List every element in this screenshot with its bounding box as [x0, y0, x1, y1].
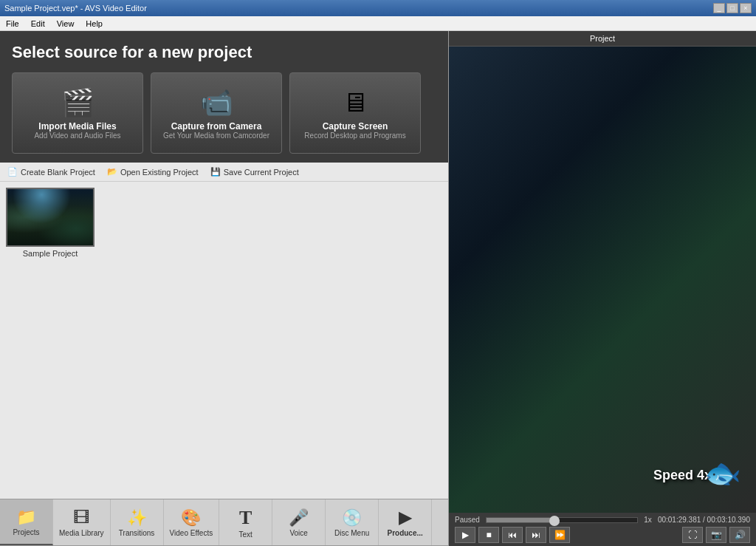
tab-video-effects[interactable]: 🎨 Video Effects: [164, 499, 220, 545]
paused-status: Paused: [455, 516, 480, 524]
stop-button[interactable]: ■: [478, 527, 499, 543]
titlebar: Sample Project.vep* - AVS Video Editor _…: [0, 0, 756, 16]
import-media-card[interactable]: 🎬 Import Media Files Add Video and Audio…: [12, 72, 143, 154]
window-controls: _ □ ×: [713, 3, 752, 13]
progress-fill: [487, 518, 554, 522]
tab-text[interactable]: T Text: [219, 499, 272, 545]
tab-projects-label: Projects: [13, 528, 39, 536]
create-blank-project-button[interactable]: 📄 Create Blank Project: [7, 167, 95, 177]
speed-indicator: 1x: [644, 516, 652, 524]
tab-transitions[interactable]: ✨ Transitions: [111, 499, 164, 545]
play-button[interactable]: ▶: [455, 527, 475, 543]
preview-status-bar: Paused 1x 00:01:29.381 / 00:03:10.390: [455, 516, 750, 524]
close-button[interactable]: ×: [740, 3, 752, 13]
preview-title: Project: [449, 31, 756, 47]
window-title: Sample Project.vep* - AVS Video Editor: [4, 4, 147, 13]
preview-video: Speed 4x 🐟: [449, 47, 756, 513]
open-existing-label: Open Existing Project: [120, 168, 199, 177]
minimize-button[interactable]: _: [713, 3, 725, 13]
volume-button[interactable]: 🔊: [729, 527, 750, 543]
capture-screen-desc: Record Desktop and Programs: [304, 132, 405, 140]
right-panel: Project Speed 4x 🐟 Paused 1x 00:01:29.38…: [449, 31, 756, 546]
tab-projects[interactable]: 📁 Projects: [0, 499, 53, 545]
capture-camera-card[interactable]: 📹 Capture from Camera Get Your Media fro…: [151, 72, 282, 154]
fast-forward-button[interactable]: ⏩: [549, 527, 570, 543]
tab-voice-label: Voice: [289, 529, 307, 537]
tab-produce-label: Produce...: [387, 529, 422, 537]
tab-produce[interactable]: ▶ Produce...: [379, 499, 432, 545]
import-media-title: Import Media Files: [38, 121, 116, 132]
tab-disc-menu[interactable]: 💿 Disc Menu: [326, 499, 379, 545]
capture-screen-title: Capture Screen: [323, 121, 388, 132]
left-panel: Select source for a new project 🎬 Import…: [0, 31, 449, 546]
menu-file[interactable]: File: [3, 18, 22, 29]
progress-handle[interactable]: [549, 516, 560, 526]
menu-edit[interactable]: Edit: [28, 18, 48, 29]
snapshot-button[interactable]: 📷: [706, 527, 726, 543]
prev-frame-button[interactable]: ⏮: [502, 527, 523, 543]
capture-camera-desc: Get Your Media from Camcorder: [163, 132, 269, 140]
capture-camera-title: Capture from Camera: [171, 121, 262, 132]
transitions-icon: ✨: [127, 508, 147, 528]
source-heading: Select source for a new project: [12, 43, 436, 62]
disc-menu-icon: 💿: [342, 508, 362, 528]
produce-icon: ▶: [399, 508, 411, 528]
menu-bar: File Edit View Help: [0, 16, 756, 31]
text-icon: T: [239, 507, 252, 529]
next-frame-button[interactable]: ⏭: [526, 527, 546, 543]
media-item-sample-project[interactable]: Sample Project: [6, 188, 94, 258]
menu-help[interactable]: Help: [83, 18, 106, 29]
create-blank-icon: 📄: [7, 167, 18, 177]
preview-progress-bar[interactable]: [486, 517, 638, 523]
tab-video-effects-label: Video Effects: [170, 529, 213, 537]
fullscreen-button[interactable]: ⛶: [682, 527, 703, 543]
menu-view[interactable]: View: [54, 18, 78, 29]
media-browser: Sample Project: [0, 182, 448, 499]
media-library-icon: 🎞: [73, 508, 89, 528]
import-media-icon: 🎬: [61, 87, 94, 118]
playback-buttons: ▶ ■ ⏮ ⏭ ⏩ ⛶ 📷 🔊: [455, 527, 750, 543]
media-thumbnail: [6, 188, 94, 247]
capture-screen-card[interactable]: 🖥 Capture Screen Record Desktop and Prog…: [289, 72, 421, 154]
save-current-project-button[interactable]: 💾 Save Current Project: [210, 167, 299, 177]
project-actions-bar: 📄 Create Blank Project 📂 Open Existing P…: [0, 163, 448, 182]
tab-media-library-label: Media Library: [59, 529, 104, 537]
fish-animation-icon: 🐟: [704, 456, 741, 491]
toolbar-tabs: 📁 Projects 🎞 Media Library ✨ Transitions…: [0, 499, 448, 546]
open-existing-icon: 📂: [107, 167, 117, 177]
source-cards: 🎬 Import Media Files Add Video and Audio…: [12, 72, 436, 154]
video-effects-icon: 🎨: [181, 508, 201, 528]
voice-icon: 🎤: [289, 508, 309, 528]
save-current-icon: 💾: [210, 167, 221, 177]
tab-text-label: Text: [238, 530, 252, 539]
preview-controls: Paused 1x 00:01:29.381 / 00:03:10.390 ▶ …: [449, 513, 756, 546]
timecode-display: 00:01:29.381 / 00:03:10.390: [658, 516, 750, 524]
tab-disc-menu-label: Disc Menu: [334, 529, 369, 537]
open-existing-project-button[interactable]: 📂 Open Existing Project: [107, 167, 199, 177]
projects-icon: 📁: [16, 508, 36, 527]
media-item-label: Sample Project: [23, 249, 78, 258]
source-selection-area: Select source for a new project 🎬 Import…: [0, 31, 448, 163]
import-media-desc: Add Video and Audio Files: [34, 132, 120, 140]
speed-overlay: Speed 4x: [653, 468, 712, 483]
capture-camera-icon: 📹: [200, 87, 233, 118]
create-blank-label: Create Blank Project: [21, 168, 95, 177]
tab-transitions-label: Transitions: [119, 529, 155, 537]
maximize-button[interactable]: □: [726, 3, 738, 13]
capture-screen-icon: 🖥: [342, 87, 368, 118]
tab-voice[interactable]: 🎤 Voice: [272, 499, 326, 545]
save-current-label: Save Current Project: [224, 168, 299, 177]
main-content: Select source for a new project 🎬 Import…: [0, 31, 756, 546]
tab-media-library[interactable]: 🎞 Media Library: [53, 499, 111, 545]
